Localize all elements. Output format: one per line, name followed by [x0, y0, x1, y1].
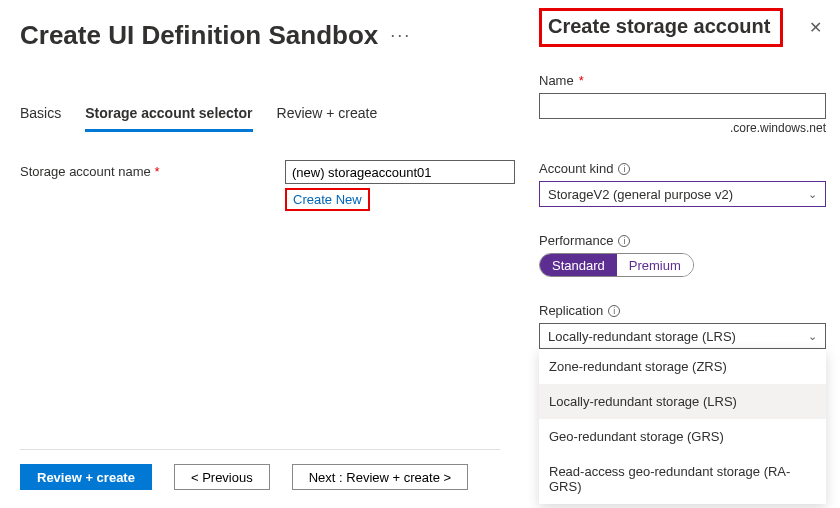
performance-label: Performance i: [539, 233, 826, 248]
chevron-down-icon: ⌄: [808, 188, 817, 201]
replication-label: Replication i: [539, 303, 826, 318]
replication-option-lrs[interactable]: Locally-redundant storage (LRS): [539, 384, 826, 419]
replication-value: Locally-redundant storage (LRS): [548, 329, 736, 344]
previous-button[interactable]: < Previous: [174, 464, 270, 490]
required-asterisk: *: [154, 164, 159, 179]
chevron-down-icon: ⌄: [808, 330, 817, 343]
name-suffix-hint: .core.windows.net: [539, 121, 826, 135]
tab-basics[interactable]: Basics: [20, 99, 61, 132]
tab-review[interactable]: Review + create: [277, 99, 378, 132]
create-new-link[interactable]: Create New: [285, 188, 370, 211]
more-menu-icon[interactable]: ···: [390, 25, 411, 46]
wizard-footer: Review + create < Previous Next : Review…: [20, 449, 500, 490]
review-create-button[interactable]: Review + create: [20, 464, 152, 490]
account-kind-label-text: Account kind: [539, 161, 613, 176]
storage-name-label-text: Storage account name: [20, 164, 151, 179]
info-icon[interactable]: i: [618, 163, 630, 175]
replication-label-text: Replication: [539, 303, 603, 318]
close-icon[interactable]: ✕: [805, 18, 826, 37]
next-button[interactable]: Next : Review + create >: [292, 464, 468, 490]
account-kind-value: StorageV2 (general purpose v2): [548, 187, 733, 202]
replication-select[interactable]: Locally-redundant storage (LRS) ⌄: [539, 323, 826, 349]
performance-toggle: Standard Premium: [539, 253, 694, 277]
account-kind-label: Account kind i: [539, 161, 826, 176]
replication-option-zrs[interactable]: Zone-redundant storage (ZRS): [539, 349, 826, 384]
storage-name-label: Storage account name *: [20, 160, 285, 179]
name-input[interactable]: [539, 93, 826, 119]
info-icon[interactable]: i: [608, 305, 620, 317]
replication-option-grs[interactable]: Geo-redundant storage (GRS): [539, 419, 826, 454]
tab-storage-selector[interactable]: Storage account selector: [85, 99, 252, 132]
create-storage-flyout: Create storage account ✕ Name * .core.wi…: [525, 0, 840, 508]
performance-premium[interactable]: Premium: [617, 254, 693, 276]
performance-standard[interactable]: Standard: [540, 254, 617, 276]
info-icon[interactable]: i: [618, 235, 630, 247]
performance-label-text: Performance: [539, 233, 613, 248]
storage-name-input[interactable]: [285, 160, 515, 184]
replication-dropdown: Zone-redundant storage (ZRS) Locally-red…: [539, 349, 826, 504]
flyout-title: Create storage account: [539, 8, 783, 47]
replication-option-ragrs[interactable]: Read-access geo-redundant storage (RA-GR…: [539, 454, 826, 504]
name-field-label: Name *: [539, 73, 826, 88]
required-asterisk: *: [579, 73, 584, 88]
account-kind-select[interactable]: StorageV2 (general purpose v2) ⌄: [539, 181, 826, 207]
page-title: Create UI Definition Sandbox: [20, 20, 378, 51]
tab-bar: Basics Storage account selector Review +…: [20, 99, 520, 132]
name-label-text: Name: [539, 73, 574, 88]
